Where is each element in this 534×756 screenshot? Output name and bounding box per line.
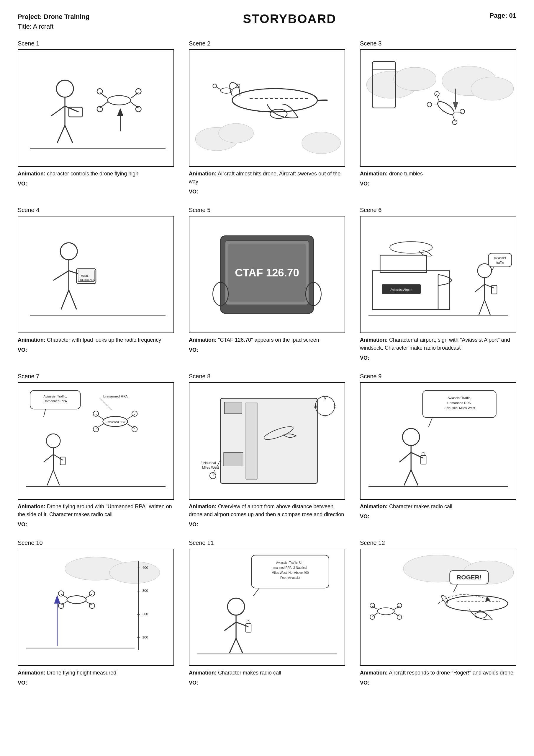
- svg-line-88: [96, 415, 103, 419]
- scene-3-vo: VO:: [360, 181, 516, 187]
- svg-point-183: [397, 603, 402, 608]
- svg-text:traffic: traffic: [496, 261, 504, 264]
- svg-point-124: [402, 428, 420, 446]
- svg-rect-76: [492, 285, 497, 294]
- svg-text:Unmanned RPA: Unmanned RPA: [106, 420, 125, 423]
- scene-10-image: 400 300 200 100: [18, 549, 174, 666]
- scene-1-label: Scene 1: [18, 40, 174, 47]
- svg-text:Aviassist Traffic,: Aviassist Traffic,: [43, 394, 67, 398]
- svg-point-21: [302, 132, 341, 153]
- svg-text:CTAF 126.70: CTAF 126.70: [235, 267, 299, 279]
- svg-point-94: [93, 426, 98, 432]
- scene-2-desc: Animation: Aircraft almost hits drone, A…: [189, 170, 345, 186]
- svg-point-168: [247, 620, 250, 623]
- scene-block-9: Scene 9 Aviassist Traffic, Unmanned RPA,…: [360, 373, 516, 528]
- svg-line-2: [51, 106, 65, 116]
- svg-text:Aviassist Traffic, Un-: Aviassist Traffic, Un-: [276, 561, 304, 564]
- page-title: STORYBOARD: [243, 12, 336, 26]
- svg-point-22: [232, 89, 318, 112]
- scene-4-vo: VO:: [18, 347, 174, 353]
- svg-line-90: [96, 424, 103, 428]
- svg-rect-167: [246, 623, 251, 632]
- scene-10-vo: VO:: [18, 680, 174, 686]
- svg-text:400: 400: [142, 565, 148, 569]
- scene-1-image: [18, 49, 174, 167]
- svg-point-41: [434, 90, 440, 97]
- svg-marker-17: [117, 108, 123, 116]
- svg-text:100: 100: [142, 635, 148, 639]
- scene-block-12: Scene 12 ROGER!: [360, 540, 516, 686]
- svg-line-75: [484, 300, 490, 315]
- svg-line-100: [47, 470, 53, 485]
- svg-point-151: [59, 591, 64, 596]
- svg-point-14: [97, 107, 102, 112]
- svg-line-128: [404, 470, 411, 485]
- scene-block-11: Scene 11 Aviassist Traffic, Un- manned R…: [189, 540, 345, 686]
- header-left: Project: Drone Training Title: Aircraft: [18, 12, 89, 31]
- svg-text:200: 200: [142, 611, 148, 616]
- svg-point-131: [422, 452, 425, 455]
- scene-9-desc: Animation: Character makes radio call: [360, 502, 516, 511]
- svg-line-4: [57, 125, 65, 143]
- svg-point-33: [471, 77, 513, 100]
- scene-8-label: Scene 8: [189, 373, 345, 380]
- scene-3-label: Scene 3: [360, 40, 516, 47]
- svg-point-44: [451, 119, 458, 125]
- svg-point-31: [394, 67, 436, 91]
- svg-text:300: 300: [142, 588, 148, 593]
- scene-11-label: Scene 11: [189, 540, 345, 546]
- scene-5-label: Scene 5: [189, 207, 345, 213]
- scene-9-label: Scene 9: [360, 373, 516, 380]
- page-header: Project: Drone Training Title: Aircraft …: [18, 12, 516, 31]
- svg-text:Aviassist Airport: Aviassist Airport: [390, 288, 412, 291]
- svg-rect-65: [380, 255, 426, 273]
- scene-6-image: Aviassist Airport Aviassist tra: [360, 216, 516, 334]
- svg-line-72: [475, 284, 485, 292]
- svg-text:Unmanned RPA: Unmanned RPA: [103, 394, 128, 398]
- svg-point-36: [436, 99, 456, 117]
- svg-text:RADIO: RADIO: [80, 274, 89, 277]
- svg-marker-145: [54, 595, 60, 603]
- svg-rect-106: [224, 402, 242, 414]
- svg-text:Miles West: Miles West: [202, 465, 219, 470]
- scene-5-desc: Animation: "CTAF 126.70" appears on the …: [189, 336, 345, 344]
- scene-2-vo: VO:: [189, 189, 345, 195]
- scene-9-image: Aviassist Traffic, Unmanned RPA, 2 Nauti…: [360, 382, 516, 500]
- svg-text:2 Nautical Miles West: 2 Nautical Miles West: [444, 406, 475, 410]
- scene-4-image: RADIO FREQUENCY: [18, 216, 174, 334]
- scene-block-5: Scene 5 CTAF 126.70 Animation: "CTAF 126…: [189, 207, 345, 362]
- scene-block-7: Scene 7 Aviassist Traffic, Unmanned RPA …: [18, 373, 174, 528]
- scene-block-1: Scene 1: [18, 40, 174, 195]
- svg-text:FREQUENCY: FREQUENCY: [79, 278, 96, 281]
- scene-5-vo: VO:: [189, 347, 345, 353]
- scene-6-label: Scene 6: [360, 207, 516, 213]
- svg-rect-77: [489, 253, 512, 267]
- scene-2-label: Scene 2: [189, 40, 345, 47]
- svg-rect-130: [421, 456, 426, 464]
- svg-line-98: [44, 454, 53, 462]
- svg-text:Unmanned RPA: Unmanned RPA: [43, 399, 67, 403]
- scene-block-2: Scene 2: [189, 40, 345, 195]
- svg-text:Miles West, Not Above 400: Miles West, Not Above 400: [272, 571, 309, 574]
- scene-4-desc: Animation: Character with Ipad looks up …: [18, 336, 174, 344]
- svg-line-91: [128, 424, 135, 428]
- scene-block-3: Scene 3: [360, 40, 516, 195]
- svg-point-7: [107, 96, 131, 105]
- scene-block-10: Scene 10 400 300 200 100: [18, 540, 174, 686]
- svg-point-161: [227, 598, 244, 615]
- svg-point-175: [475, 612, 487, 618]
- svg-marker-46: [453, 102, 458, 110]
- svg-point-20: [218, 123, 253, 143]
- scene-grid: Scene 1: [18, 40, 516, 686]
- scene-8-desc: Animation: Overview of airport from abov…: [189, 502, 345, 519]
- scene-4-label: Scene 4: [18, 207, 174, 213]
- scene-1-desc: Animation: character controls the drone …: [18, 170, 174, 178]
- svg-line-85: [100, 398, 111, 410]
- scene-8-vo: VO:: [189, 522, 345, 528]
- svg-point-154: [89, 603, 95, 608]
- scene-3-desc: Animation: drone tumbles: [360, 170, 516, 178]
- svg-rect-102: [60, 457, 65, 465]
- svg-line-163: [224, 622, 236, 631]
- scene-9-vo: VO:: [360, 514, 516, 520]
- scene-12-label: Scene 12: [360, 540, 516, 546]
